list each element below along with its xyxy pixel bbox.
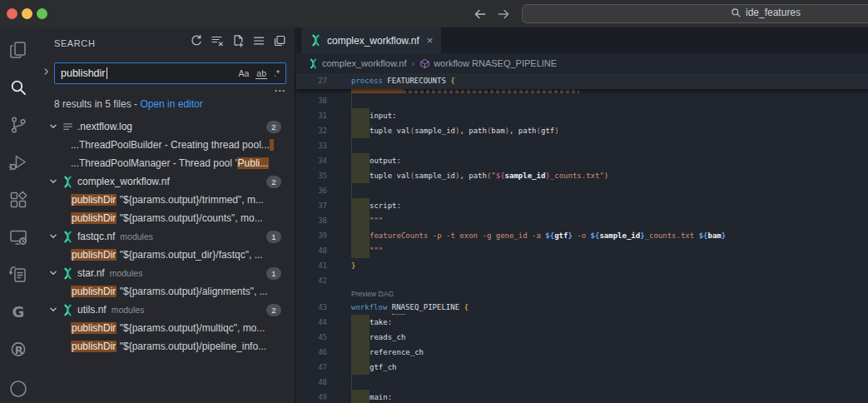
- activity-bar: GR: [0, 27, 37, 403]
- code-token: featureCounts -p -t exon -g gene_id -a: [370, 228, 545, 243]
- remote-explorer-icon[interactable]: [8, 227, 28, 247]
- open-in-editor-link[interactable]: Open in editor: [140, 98, 202, 110]
- code-line[interactable]: 41}: [296, 258, 868, 273]
- code-line[interactable]: 44take:: [296, 315, 868, 330]
- code-line[interactable]: 35tuple val(sample_id), path("${sample_i…: [296, 168, 868, 183]
- svg-text:G: G: [12, 303, 25, 321]
- close-tab-icon[interactable]: ×: [427, 35, 434, 46]
- match-result-row[interactable]: publishDir "${params.output}/trimmed", m…: [37, 191, 295, 209]
- code-line[interactable]: 27process FEATURECOUNTS {: [296, 73, 868, 88]
- chevron-down-icon[interactable]: [47, 176, 59, 187]
- code-token: gtf: [541, 123, 554, 138]
- indent-highlight: [351, 168, 370, 183]
- r-language-icon[interactable]: R: [8, 340, 28, 360]
- match-result-row[interactable]: publishDir "${params.output_dir}/fastqc"…: [37, 246, 295, 264]
- code-line[interactable]: 40""": [296, 243, 868, 258]
- line-number: 27: [296, 73, 327, 88]
- nextflow-file-icon: [62, 176, 74, 188]
- clipped-match-highlight: [351, 89, 403, 93]
- code-line[interactable]: 30: [296, 93, 868, 108]
- code-line[interactable]: 36: [296, 183, 868, 198]
- file-result-row[interactable]: .nextflow.log2: [37, 117, 295, 136]
- file-result-row[interactable]: fastqc.nfmodules1: [37, 227, 295, 246]
- code-line[interactable]: 48: [296, 375, 868, 390]
- indent-highlight: [351, 330, 370, 345]
- code-token: gtf: [554, 228, 568, 243]
- code-line[interactable]: 34output:: [296, 153, 868, 168]
- code-line[interactable]: 38""": [296, 213, 868, 228]
- line-number: 34: [296, 153, 327, 168]
- code-line[interactable]: 32tuple val(sample_id), path(bam), path(…: [296, 123, 868, 138]
- tasks-icon[interactable]: [8, 265, 28, 285]
- command-center-search-box[interactable]: ide_features: [522, 4, 868, 23]
- code-line[interactable]: 37script:: [296, 198, 868, 213]
- sticky-scroll-line[interactable]: 27process FEATURECOUNTS {: [296, 73, 868, 89]
- run-and-debug-icon[interactable]: [8, 152, 28, 172]
- search-icon[interactable]: [8, 77, 28, 97]
- code-line[interactable]: 42: [296, 273, 868, 288]
- gitlens-icon[interactable]: G: [8, 302, 28, 322]
- refresh-icon[interactable]: [190, 34, 203, 47]
- code-line[interactable]: 49main:: [296, 390, 868, 403]
- file-result-row[interactable]: utils.nfmodules2: [37, 301, 295, 319]
- view-as-list-icon[interactable]: [252, 34, 265, 47]
- navigate-forward-icon[interactable]: [496, 7, 511, 22]
- file-result-row[interactable]: complex_workflow.nf2: [37, 172, 295, 191]
- extensions-icon[interactable]: [8, 190, 28, 210]
- open-new-search-editor-icon[interactable]: [231, 34, 245, 47]
- code-token: _counts.txt": [550, 168, 604, 183]
- code-line[interactable]: 33: [296, 138, 868, 153]
- tab-complex-workflow[interactable]: complex_workflow.nf ×: [301, 27, 441, 53]
- match-case-toggle[interactable]: Aa: [237, 68, 250, 78]
- breadcrumb-item[interactable]: complex_workflow.nf: [308, 58, 407, 69]
- breadcrumb-item[interactable]: workflow RNASEQ_PIPELINE: [419, 58, 557, 69]
- code-line[interactable]: 43workflow RNASEQ_PIPELINE {: [296, 300, 868, 315]
- search-input[interactable]: publishdir Aaab.*: [54, 62, 286, 84]
- chevron-down-icon[interactable]: [47, 267, 59, 279]
- code-line[interactable]: 46reference_ch: [296, 345, 868, 360]
- match-result-row[interactable]: publishDir "${params.output}/alignments"…: [37, 282, 295, 301]
- line-number: 35: [296, 168, 327, 183]
- file-result-row[interactable]: star.nfmodules1: [37, 264, 295, 282]
- code-line[interactable]: 47gtf_ch: [296, 360, 868, 375]
- match-result-row[interactable]: publishDir "${params.output}/counts", mo…: [37, 209, 295, 227]
- match-count-badge: 2: [266, 176, 281, 188]
- match-whole-word-toggle[interactable]: ab: [255, 68, 267, 79]
- code-token: process: [351, 73, 383, 88]
- indent-highlight: [351, 213, 370, 228]
- match-result-row[interactable]: ...ThreadPoolBuilder - Creating thread p…: [37, 136, 295, 154]
- code-line[interactable]: 45reads_ch: [296, 330, 868, 345]
- line-number: 38: [296, 213, 327, 228]
- more-partial-icon[interactable]: [8, 377, 28, 397]
- line-number: 48: [296, 375, 327, 390]
- use-regex-toggle[interactable]: .*: [273, 68, 280, 78]
- match-result-row[interactable]: publishDir "${params.output}/pipeline_in…: [37, 337, 295, 356]
- explorer-icon[interactable]: [8, 40, 28, 60]
- line-number: 30: [296, 93, 327, 108]
- code-line[interactable]: 39featureCounts -p -t exon -g gene_id -a…: [296, 228, 868, 243]
- chevron-down-icon[interactable]: [47, 304, 59, 316]
- zoom-window-button[interactable]: [37, 8, 47, 19]
- chevron-down-icon[interactable]: [47, 231, 59, 242]
- breadcrumb-label: complex_workflow.nf: [322, 58, 407, 68]
- source-control-icon[interactable]: [8, 115, 28, 135]
- codelens-preview-dag[interactable]: Preview DAG: [296, 288, 868, 300]
- code-line[interactable]: 31input:: [296, 108, 868, 123]
- navigate-back-icon[interactable]: [473, 7, 488, 22]
- line-number: 33: [296, 138, 327, 153]
- minimize-window-button[interactable]: [22, 8, 32, 19]
- collapse-all-icon[interactable]: [273, 34, 286, 47]
- toggle-replace-chevron-icon[interactable]: [41, 66, 52, 77]
- match-result-row[interactable]: ...ThreadPoolManager - Thread pool 'Publ…: [37, 154, 295, 172]
- chevron-down-icon[interactable]: [47, 121, 59, 132]
- code-token: FEATURECOUNTS: [383, 73, 450, 88]
- code-token: , path: [459, 168, 487, 183]
- code-token: input:: [370, 108, 397, 123]
- close-window-button[interactable]: [7, 8, 17, 19]
- match-count-badge: 2: [266, 121, 281, 133]
- code-token: sample_id: [414, 123, 455, 138]
- match-result-row[interactable]: publishDir "${params.output}/multiqc", m…: [37, 319, 295, 337]
- editor-code[interactable]: 3031input:32tuple val(sample_id), path(b…: [296, 93, 868, 403]
- toggle-search-details-button[interactable]: ···: [275, 86, 286, 96]
- clear-search-results-icon[interactable]: [211, 34, 224, 47]
